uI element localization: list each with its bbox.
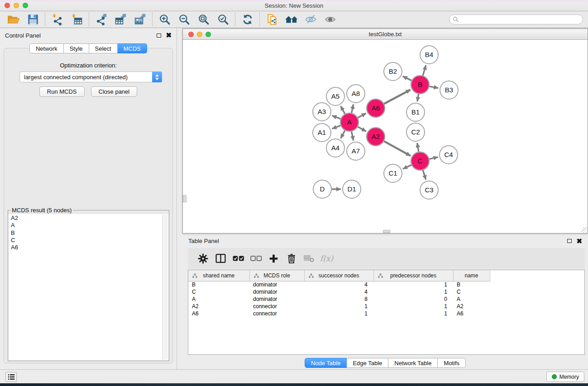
table-cell[interactable]: 4 [304,288,373,295]
table-cell[interactable]: A2 [188,303,249,310]
canvas-bottom-scroll-stub[interactable] [383,230,390,233]
birdseye-view-button[interactable] [320,12,340,27]
graph-edge-A-A4[interactable] [341,130,345,138]
graph-edge-C-C3[interactable] [423,170,426,180]
graph-edge-B-B3[interactable] [430,86,439,88]
table-cell[interactable]: A6 [188,310,249,317]
table-cell[interactable]: A6 [453,310,490,317]
create-view-button[interactable] [282,12,301,27]
network-minimize-button[interactable] [197,32,202,37]
task-history-button[interactable] [5,372,17,382]
graph-edge-C-C2[interactable] [417,143,419,152]
table-cell[interactable]: C [453,288,490,295]
table-cell[interactable]: B [188,281,249,288]
graph-edge-A-A8[interactable] [352,104,354,113]
column-header-successor-nodes[interactable]: successor nodes [304,270,373,281]
table-row[interactable]: Adominator80A [188,295,490,303]
table-cell[interactable]: 1 [304,303,373,310]
float-panel-icon[interactable] [157,33,161,38]
delete-table-button[interactable] [300,250,318,267]
column-header-name[interactable]: name [453,270,490,281]
network-close-button[interactable] [188,32,194,37]
table-row[interactable]: A2connector11A2 [188,303,490,310]
graph-edge-A6-B[interactable] [384,90,411,104]
table-cell[interactable]: 1 [373,281,453,288]
graph-edge-B-B1[interactable] [417,94,419,102]
table-cell[interactable]: connector [249,310,304,317]
search-input[interactable] [461,16,579,23]
graph-edge-B-B4[interactable] [423,65,426,76]
apply-layout-button[interactable] [238,12,257,27]
table-settings-button[interactable] [194,250,212,267]
table-cell[interactable]: dominator [249,288,304,295]
clone-network-button[interactable] [262,12,282,27]
tab-style[interactable]: Style [64,43,89,53]
network-canvas[interactable]: B4B2BB3A5A8A6A3B1AC2A1A2A4A7C4CC1C3DD1 [183,40,588,233]
table-cell[interactable]: dominator [249,281,304,288]
float-table-panel-icon[interactable] [567,239,572,243]
table-cell[interactable]: 0 [373,295,453,303]
graph-edge-A-A1[interactable] [332,125,341,129]
graph-edge-A-A6[interactable] [358,113,366,118]
result-item[interactable]: A [11,222,168,229]
add-column-button[interactable] [265,250,282,267]
tab-select[interactable]: Select [89,43,118,53]
result-item[interactable]: B [11,229,168,237]
close-table-panel-icon[interactable]: ✖ [576,239,582,243]
window-resize-grip[interactable] [582,227,588,233]
column-header-predecessor-nodes[interactable]: predecessor nodes [373,270,453,281]
table-cell[interactable]: connector [249,303,304,310]
column-header-mcds-role[interactable]: MCDS role [249,270,304,281]
table-cell[interactable]: 1 [304,310,373,317]
unselect-all-columns-button[interactable] [247,250,265,267]
import-table-button[interactable] [67,12,86,27]
result-item[interactable]: A2 [11,214,168,222]
close-panel-button[interactable]: Close panel [91,86,138,97]
close-window-button[interactable] [5,3,10,8]
hide-view-button[interactable] [301,12,320,27]
delete-columns-button[interactable] [282,250,300,267]
save-session-button[interactable] [23,12,43,27]
minimize-window-button[interactable] [14,3,19,8]
search-field[interactable] [449,14,583,24]
canvas-left-scroll-stub[interactable] [183,195,186,202]
result-scrollbar[interactable] [162,214,168,360]
zoom-selected-button[interactable] [213,12,233,27]
graph-edge-A-A7[interactable] [352,132,354,141]
export-table-button[interactable] [111,12,130,27]
table-cell[interactable]: 1 [373,310,453,317]
tab-motifs[interactable]: Motifs [438,358,466,368]
import-network-button[interactable] [48,12,67,27]
split-view-button[interactable] [212,250,229,267]
table-cell[interactable]: B [453,281,490,288]
tab-edge-table[interactable]: Edge Table [347,358,388,368]
table-cell[interactable]: dominator [249,295,304,303]
table-row[interactable]: Bdominator41B [188,281,490,288]
network-zoom-button[interactable] [206,32,211,37]
result-item[interactable]: A6 [11,244,168,251]
optimization-criterion-dropdown[interactable]: largest connected component (directed) [19,71,162,82]
tab-network[interactable]: Network [29,43,64,53]
run-mcds-button[interactable]: Run MCDS [39,86,85,97]
zoom-window-button[interactable] [23,3,28,8]
export-image-button[interactable] [130,12,150,27]
graph-edge-A-A5[interactable] [341,106,345,114]
tab-node-table[interactable]: Node Table [305,358,347,368]
graph-edge-C-C1[interactable] [403,165,411,169]
result-item[interactable]: C [11,237,168,244]
graph-edge-A-A3[interactable] [332,116,341,119]
table-cell[interactable]: A2 [453,303,490,310]
table-cell[interactable]: A [453,295,490,303]
memory-button[interactable]: Memory [546,372,584,382]
table-cell[interactable]: C [188,288,249,295]
graph-edge-B-B2[interactable] [403,76,412,81]
column-header-shared-name[interactable]: shared name [188,270,249,281]
table-cell[interactable]: 1 [373,288,453,295]
graph-edge-A-A2[interactable] [358,127,366,131]
graph-edge-C-C4[interactable] [430,157,438,159]
zoom-in-button[interactable] [155,12,174,27]
table-row[interactable]: A6connector11A6 [188,310,490,317]
export-network-button[interactable] [91,12,111,27]
graph-edge-A2-C[interactable] [384,141,411,156]
function-builder-button[interactable]: f(x) [318,250,335,267]
